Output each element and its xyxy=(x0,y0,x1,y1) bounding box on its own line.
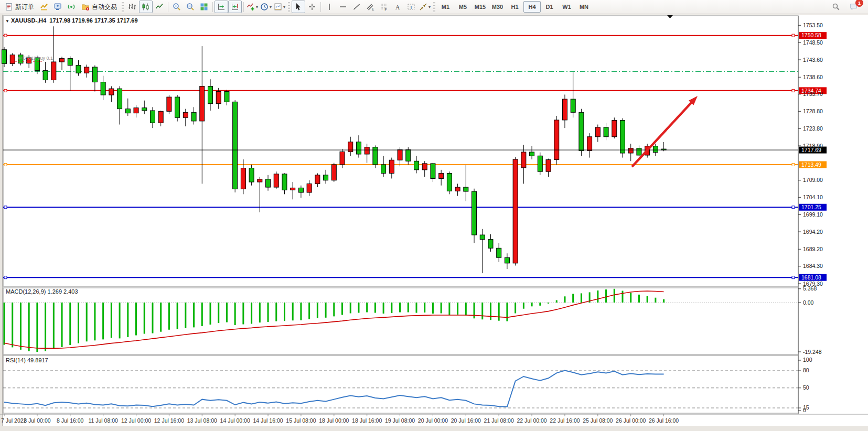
svg-text:8 Jul 16:00: 8 Jul 16:00 xyxy=(57,417,84,424)
svg-text:50: 50 xyxy=(803,384,809,391)
mt4-application-window: 新订单自动交易▾▾▾EFAT▾M1M5M15M30H1H4D1W1MN1 175… xyxy=(0,0,868,431)
label-button[interactable]: T xyxy=(404,1,418,13)
chart-canvas: 1750.581734.741713.491701.251681.081717.… xyxy=(0,0,868,431)
svg-text:1718.90: 1718.90 xyxy=(803,143,823,149)
indicators-button[interactable]: ▾ xyxy=(245,1,259,13)
chevron-down-icon[interactable]: ▾ xyxy=(283,5,285,9)
bar-chart-button[interactable] xyxy=(125,1,139,13)
candle xyxy=(538,153,542,175)
notifications-button[interactable]: 1 xyxy=(847,1,861,13)
trendline-button[interactable] xyxy=(350,1,363,13)
text-icon: A xyxy=(393,3,402,11)
vertical-line-button[interactable] xyxy=(323,1,336,13)
timeframe-button-d1[interactable]: D1 xyxy=(541,1,558,13)
rsi-value: 49.8917 xyxy=(27,357,48,363)
macd-pane xyxy=(3,288,798,354)
svg-text:1699.10: 1699.10 xyxy=(803,211,823,218)
new-order-button-label: 新订单 xyxy=(15,3,34,12)
timeframe-button-m1[interactable]: M1 xyxy=(437,1,454,13)
shapes-icon xyxy=(419,3,427,11)
autotrading-button[interactable]: 自动交易 xyxy=(78,1,120,13)
chart-symbol-period: XAUUSD-,H4 xyxy=(11,17,46,24)
toolbar-separator xyxy=(168,2,168,12)
channel-icon: E xyxy=(366,3,374,11)
symbol-dropdown-triangle-icon[interactable]: ▼ xyxy=(5,19,9,24)
new-order-button[interactable]: 新订单 xyxy=(2,1,37,13)
crosshair-button[interactable] xyxy=(305,1,319,13)
open-order-label: #467013 buy 0.1 xyxy=(18,56,53,61)
auto-scroll-icon xyxy=(217,3,226,11)
rsi-pane xyxy=(3,355,798,413)
candle xyxy=(274,171,278,189)
signals-button[interactable] xyxy=(65,1,78,13)
bar-chart-icon xyxy=(128,3,136,11)
timeframe-button-h4[interactable]: H4 xyxy=(523,1,541,13)
label-icon: T xyxy=(407,3,415,11)
timeframe-button-mn[interactable]: MN xyxy=(575,1,593,13)
zoom-in-icon xyxy=(173,3,181,11)
timeframe-button-m15[interactable]: M15 xyxy=(471,1,489,13)
chart-shift-button[interactable] xyxy=(228,1,242,13)
cursor-icon xyxy=(294,3,303,11)
chevron-down-icon[interactable]: ▾ xyxy=(270,5,272,9)
fibonacci-button[interactable]: F xyxy=(377,1,391,13)
auto-scroll-button[interactable] xyxy=(215,1,228,13)
templates-button[interactable]: ▾ xyxy=(273,1,286,13)
zoom-out-button[interactable] xyxy=(184,1,197,13)
svg-text:18 Jul 16:00: 18 Jul 16:00 xyxy=(352,417,382,424)
rsi-indicator-label: RSI(14) 49.8917 xyxy=(6,357,48,363)
svg-text:1704.10: 1704.10 xyxy=(803,194,823,200)
profiles-button[interactable] xyxy=(51,1,65,13)
horizontal-line-button[interactable] xyxy=(336,1,350,13)
svg-text:1728.80: 1728.80 xyxy=(803,108,823,114)
svg-text:1733.70: 1733.70 xyxy=(803,91,823,97)
svg-text:1709.00: 1709.00 xyxy=(803,177,823,183)
svg-text:5.368: 5.368 xyxy=(803,285,817,292)
line-chart-button[interactable] xyxy=(153,1,166,13)
svg-text:100: 100 xyxy=(803,357,812,363)
timeframe-button-w1[interactable]: W1 xyxy=(558,1,575,13)
candle xyxy=(513,157,518,266)
fibonacci-icon: F xyxy=(380,3,388,11)
svg-text:14 Jul 16:00: 14 Jul 16:00 xyxy=(253,417,283,424)
candlestick-chart-button[interactable] xyxy=(139,1,153,13)
chart-title: ▼XAUUSD-,H4 1717.98 1719.96 1717.35 1717… xyxy=(5,17,138,24)
candle xyxy=(175,95,180,121)
search-button[interactable] xyxy=(829,1,843,13)
svg-text:19 Jul 08:00: 19 Jul 08:00 xyxy=(385,417,415,424)
tile-windows-icon xyxy=(200,3,208,11)
timeframe-button-h1[interactable]: H1 xyxy=(506,1,523,13)
svg-text:12 Jul 00:00: 12 Jul 00:00 xyxy=(121,417,151,424)
tile-windows-button[interactable] xyxy=(197,1,211,13)
periods-icon xyxy=(260,3,269,11)
chevron-down-icon[interactable]: ▾ xyxy=(256,5,258,9)
chart-shift-icon xyxy=(231,3,239,11)
svg-text:-19.248: -19.248 xyxy=(803,349,822,355)
candle xyxy=(620,118,625,158)
candle xyxy=(472,189,477,243)
timeframe-button-m30[interactable]: M30 xyxy=(489,1,506,13)
shapes-button[interactable]: ▾ xyxy=(418,1,432,13)
text-button[interactable]: A xyxy=(391,1,404,13)
toolbar-grip xyxy=(122,2,124,12)
channel-button[interactable]: E xyxy=(363,1,377,13)
svg-text:21 Jul 08:00: 21 Jul 08:00 xyxy=(484,417,514,424)
chevron-down-icon[interactable]: ▾ xyxy=(428,5,431,9)
zoom-in-button[interactable] xyxy=(170,1,184,13)
candle xyxy=(233,100,238,192)
cursor-button[interactable] xyxy=(292,1,305,13)
indicators-icon xyxy=(247,3,255,11)
timeframe-button-m5[interactable]: M5 xyxy=(454,1,471,13)
candle xyxy=(579,109,584,156)
macd-values: 1.269 2.403 xyxy=(47,288,78,295)
new-chart-button[interactable] xyxy=(37,1,51,13)
svg-text:T: T xyxy=(410,5,413,10)
toolbar: 新订单自动交易▾▾▾EFAT▾M1M5M15M30H1H4D1W1MN1 xyxy=(0,0,868,14)
svg-text:1723.80: 1723.80 xyxy=(803,125,823,132)
svg-text:26 Jul 16:00: 26 Jul 16:00 xyxy=(649,417,679,424)
svg-text:8 Jul 00:00: 8 Jul 00:00 xyxy=(24,417,51,424)
candlestick-chart-icon xyxy=(142,3,150,11)
svg-text:11 Jul 08:00: 11 Jul 08:00 xyxy=(88,417,118,424)
periods-button[interactable]: ▾ xyxy=(259,1,273,13)
trendline-icon xyxy=(352,3,361,11)
